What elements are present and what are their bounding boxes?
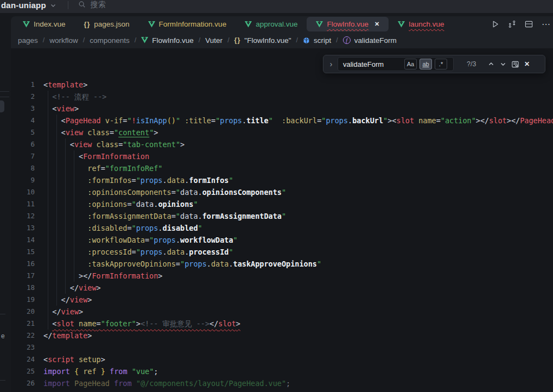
tab-label: FormInformation.vue bbox=[159, 20, 227, 28]
breadcrumb-item-validateform[interactable]: fvalidateForm bbox=[343, 36, 397, 45]
code-line-2[interactable]: 2 <!-- 流程 --> bbox=[11, 91, 553, 103]
breadcrumb-item-workflow[interactable]: workflow bbox=[49, 36, 78, 45]
code-line-12[interactable]: 12 :formAssignmentData="data.formAssignm… bbox=[11, 210, 553, 222]
code-line-25[interactable]: 25import { ref } from "vue"; bbox=[11, 365, 553, 377]
code-editor[interactable]: › Aaab.* ?/3 ✕ 1<template>2 <!-- 流程 -->3… bbox=[11, 48, 553, 392]
tab-approval-vue[interactable]: approval.vue bbox=[236, 17, 307, 31]
breadcrumb-label: script bbox=[314, 36, 331, 45]
close-find-icon[interactable]: ✕ bbox=[521, 58, 533, 70]
vue-icon bbox=[141, 37, 148, 43]
code-line-1[interactable]: 1<template> bbox=[11, 79, 553, 91]
search-label: 搜索 bbox=[91, 0, 106, 10]
collapsed-panel-handle[interactable] bbox=[0, 100, 4, 112]
more-actions-icon[interactable]: ⋯ bbox=[542, 19, 551, 29]
breadcrumb-item-components[interactable]: components bbox=[90, 36, 130, 45]
line-number: 9 bbox=[11, 174, 35, 186]
title-bar: dan-uniapp 搜索 bbox=[0, 0, 553, 13]
find-options: Aaab.* bbox=[402, 59, 447, 69]
code-line-3[interactable]: 3 <view> bbox=[11, 103, 553, 115]
breadcrumb-item-pages[interactable]: pages bbox=[18, 36, 38, 45]
code-lines: 1<template>2 <!-- 流程 -->3 <view>4 <PageH… bbox=[11, 48, 553, 389]
whole-word-toggle[interactable]: ab bbox=[419, 59, 432, 69]
code-line-7[interactable]: 7 <FormInformation bbox=[11, 150, 553, 162]
breadcrumb-separator: / bbox=[83, 36, 85, 44]
tab-label: Index.vue bbox=[34, 20, 66, 28]
code-line-21[interactable]: 21 <slot name="footer"><!-- 审批意见 --></sl… bbox=[11, 318, 553, 330]
compare-changes-icon[interactable] bbox=[508, 20, 516, 28]
tab-flowinfo-vue[interactable]: FlowInfo.vue✕ bbox=[307, 17, 389, 31]
code-line-13[interactable]: 13 :disabled="props.disabled" bbox=[11, 222, 553, 234]
close-tab-icon[interactable]: ✕ bbox=[374, 21, 379, 28]
breadcrumb-item-vuter[interactable]: Vuter bbox=[205, 36, 223, 45]
line-number: 24 bbox=[11, 353, 35, 365]
code-line-14[interactable]: 14 :workflowData="props.workflowData" bbox=[11, 234, 553, 246]
tab-forminformation-vue[interactable]: FormInformation.vue bbox=[139, 17, 236, 31]
code-line-10[interactable]: 10 :opinionsComponents="data.opinionsCom… bbox=[11, 186, 553, 198]
next-match-button[interactable] bbox=[497, 58, 509, 70]
tab-pages-json[interactable]: {}pages.json bbox=[75, 17, 139, 31]
breadcrumb-separator: / bbox=[227, 36, 229, 44]
code-line-19[interactable]: 19 </view> bbox=[11, 294, 553, 306]
find-input[interactable] bbox=[343, 60, 402, 68]
global-search[interactable]: 搜索 bbox=[78, 0, 106, 10]
line-number: 8 bbox=[11, 162, 35, 174]
code-line-16[interactable]: 16 :taskApproveOpinions="props.data.task… bbox=[11, 258, 553, 270]
breadcrumb-item-script[interactable]: script bbox=[303, 36, 331, 45]
code-line-18[interactable]: 18 </view> bbox=[11, 282, 553, 294]
line-content: :processId="props.data.processId" bbox=[35, 246, 233, 258]
clipped-panel-letter: e bbox=[1, 332, 5, 340]
line-content bbox=[35, 342, 43, 353]
line-content: :workflowData="props.workflowData" bbox=[35, 234, 238, 246]
code-line-22[interactable]: 22</template> bbox=[11, 330, 553, 342]
code-line-24[interactable]: 24<script setup> bbox=[11, 353, 553, 365]
line-content: :formAssignmentData="data.formAssignment… bbox=[35, 210, 286, 222]
tab-launch-vue[interactable]: launch.vue bbox=[389, 17, 453, 31]
code-line-8[interactable]: 8 ref="formInfoRef" bbox=[11, 162, 553, 174]
line-content: :disabled="props.disabled" bbox=[35, 222, 202, 234]
code-line-26[interactable]: 26import PageHead from "@/components/lay… bbox=[11, 377, 553, 389]
editor-panel: Index.vue{}pages.jsonFormInformation.vue… bbox=[11, 16, 553, 392]
breadcrumb-label: components bbox=[90, 36, 130, 45]
code-line-23[interactable]: 23 bbox=[11, 342, 553, 353]
line-number: 18 bbox=[11, 282, 35, 294]
chevron-down-icon[interactable] bbox=[50, 0, 56, 10]
code-line-6[interactable]: 6 <view class="tab-content"> bbox=[11, 138, 553, 150]
project-name[interactable]: dan-uniapp bbox=[1, 1, 46, 10]
breadcrumb-label: FlowInfo.vue bbox=[152, 36, 194, 45]
previous-match-button[interactable] bbox=[485, 58, 497, 70]
line-number: 16 bbox=[11, 258, 35, 270]
vue-icon bbox=[245, 21, 252, 28]
match-case-toggle[interactable]: Aa bbox=[404, 59, 417, 69]
find-widget: › Aaab.* ?/3 ✕ bbox=[323, 55, 545, 73]
line-number: 17 bbox=[11, 270, 35, 282]
strip-tick bbox=[0, 314, 5, 314]
split-editor-icon[interactable] bbox=[525, 20, 533, 28]
regex-toggle[interactable]: .* bbox=[435, 59, 447, 69]
breadcrumb-item--flowinfo-vue-[interactable]: {}"FlowInfo.vue" bbox=[234, 36, 291, 45]
run-icon[interactable] bbox=[491, 20, 499, 28]
tab-label: pages.json bbox=[94, 20, 129, 28]
code-line-5[interactable]: 5 <view class="content"> bbox=[11, 127, 553, 138]
line-number: 20 bbox=[11, 306, 35, 318]
breadcrumb-separator: / bbox=[336, 36, 338, 44]
toggle-replace-chevron-icon[interactable]: › bbox=[327, 60, 335, 68]
line-content: <!-- 流程 --> bbox=[35, 91, 106, 103]
line-number: 13 bbox=[11, 222, 35, 234]
find-in-selection-icon[interactable] bbox=[509, 58, 521, 70]
line-number: 15 bbox=[11, 246, 35, 258]
line-number: 11 bbox=[11, 198, 35, 210]
code-line-17[interactable]: 17 ></FormInformation> bbox=[11, 270, 553, 282]
code-line-20[interactable]: 20 </view> bbox=[11, 306, 553, 318]
breadcrumb-item-flowinfo-vue[interactable]: FlowInfo.vue bbox=[141, 36, 194, 45]
code-line-9[interactable]: 9 :formInfos="props.data.formInfos" bbox=[11, 174, 553, 186]
line-number: 7 bbox=[11, 150, 35, 162]
code-line-4[interactable]: 4 <PageHead v-if="!isInApp()" :title="pr… bbox=[11, 115, 553, 127]
line-content: <FormInformation bbox=[35, 150, 149, 162]
line-content: <view> bbox=[35, 103, 79, 115]
code-line-15[interactable]: 15 :processId="props.data.processId" bbox=[11, 246, 553, 258]
line-content: <template> bbox=[35, 79, 87, 91]
tab-index-vue[interactable]: Index.vue bbox=[14, 17, 75, 31]
code-line-11[interactable]: 11 :opinions="data.opinions" bbox=[11, 198, 553, 210]
line-number: 21 bbox=[11, 318, 35, 330]
tab-label: approval.vue bbox=[256, 20, 297, 28]
